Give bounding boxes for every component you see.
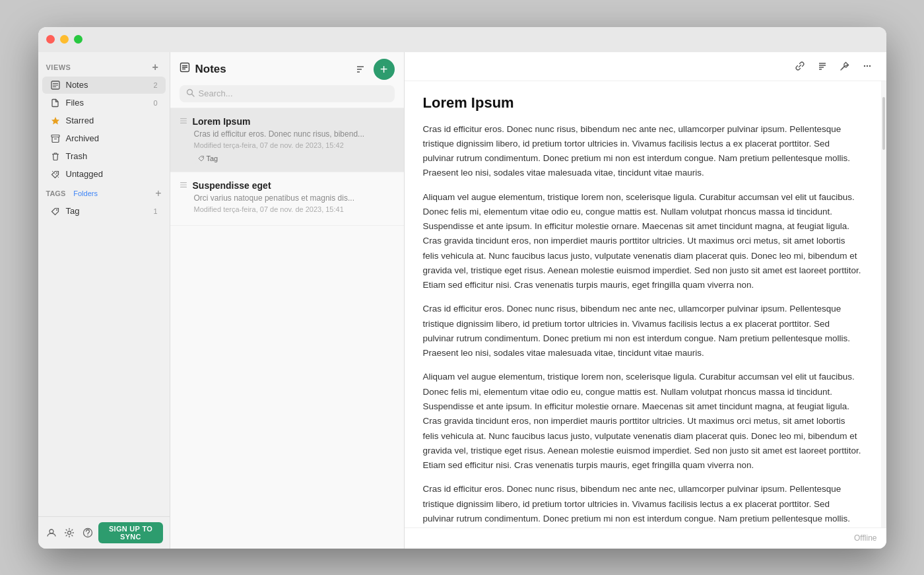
svg-point-26 <box>201 156 203 158</box>
svg-point-35 <box>866 65 867 67</box>
sidebar-tag-badge: 1 <box>153 207 157 215</box>
note-body: Cras id efficitur eros. Donec nunc risus… <box>423 122 863 527</box>
editor-content-wrapper: Lorem Ipsum Cras id efficitur eros. Done… <box>405 81 886 527</box>
svg-point-10 <box>50 529 53 533</box>
note-list-title-text: Notes <box>195 63 226 76</box>
note-item-lorem-tags: Tag <box>194 153 395 164</box>
svg-rect-25 <box>180 122 187 123</box>
sidebar-item-notes[interactable]: Notes 2 <box>42 77 166 94</box>
sort-button[interactable] <box>351 60 370 79</box>
settings-button[interactable] <box>63 524 77 542</box>
svg-rect-29 <box>180 186 187 187</box>
note-list-actions: + <box>351 59 395 80</box>
trash-icon <box>50 151 61 162</box>
maximize-button[interactable] <box>74 35 82 44</box>
note-item-suspendisse-meta: Modified terça-feira, 07 de nov. de 2023… <box>194 205 395 213</box>
svg-rect-27 <box>180 182 187 183</box>
archived-icon <box>50 133 61 144</box>
note-item-suspendisse[interactable]: Suspendisse eget Orci varius natoque pen… <box>170 172 404 226</box>
format-button[interactable] <box>812 56 832 76</box>
note-paragraph-5: Cras id efficitur eros. Donec nunc risus… <box>423 482 863 527</box>
tag-label: Tag <box>207 154 218 162</box>
search-icon <box>186 88 195 99</box>
note-paragraph-2: Aliquam vel augue elementum, tristique l… <box>423 190 863 293</box>
note-list-title-icon <box>180 62 190 76</box>
svg-line-8 <box>52 171 59 178</box>
svg-point-34 <box>863 65 865 67</box>
views-add-button[interactable]: + <box>150 61 162 73</box>
more-options-button[interactable] <box>857 56 877 76</box>
sidebar-trash-label: Trash <box>66 151 158 161</box>
note-items: Lorem Ipsum Cras id efficitur eros. Done… <box>170 108 404 549</box>
editor-scroll-area[interactable]: Lorem Ipsum Cras id efficitur eros. Done… <box>405 81 881 527</box>
app-body: Views + Notes 2 <box>38 52 886 549</box>
sidebar-item-tag[interactable]: Tag 1 <box>42 203 166 220</box>
note-paragraph-1: Cras id efficitur eros. Donec nunc risus… <box>423 122 863 181</box>
sidebar-item-untagged[interactable]: Untagged <box>42 166 166 183</box>
star-icon <box>50 116 61 126</box>
sidebar-notes-badge: 2 <box>153 81 157 89</box>
sidebar-item-trash[interactable]: Trash <box>42 148 166 165</box>
note-menu-icon-2 <box>180 180 187 191</box>
search-input[interactable] <box>199 88 388 98</box>
sidebar: Views + Notes 2 <box>38 52 170 549</box>
note-list: Notes + <box>170 52 405 549</box>
svg-rect-23 <box>180 118 187 119</box>
note-item-lorem-meta: Modified terça-feira, 07 de nov. de 2023… <box>194 141 395 149</box>
editor-scrollbar <box>881 81 886 527</box>
close-button[interactable] <box>46 35 55 44</box>
note-item-lorem[interactable]: Lorem Ipsum Cras id efficitur eros. Done… <box>170 108 404 172</box>
note-list-header: Notes + <box>170 52 404 108</box>
editor-footer: Offline <box>405 527 886 549</box>
note-list-title-row: Notes + <box>180 59 395 80</box>
sidebar-untagged-label: Untagged <box>66 169 158 179</box>
note-paragraph-4: Aliquam vel augue elementum, tristique l… <box>423 370 863 473</box>
folders-label[interactable]: Folders <box>73 189 98 197</box>
sidebar-starred-label: Starred <box>66 116 158 125</box>
note-editor: Lorem Ipsum Cras id efficitur eros. Done… <box>405 52 886 549</box>
pin-button[interactable] <box>835 56 855 76</box>
svg-point-7 <box>56 172 57 174</box>
sidebar-footer: SIGN UP TO SYNC <box>38 516 170 549</box>
note-list-title: Notes <box>180 62 226 76</box>
title-bar <box>38 27 886 52</box>
tags-label: Tags <box>46 189 66 197</box>
scrollbar-thumb[interactable] <box>882 97 885 150</box>
minimize-button[interactable] <box>60 35 69 44</box>
offline-status: Offline <box>854 533 876 543</box>
link-button[interactable] <box>790 56 810 76</box>
search-bar <box>180 85 395 102</box>
sidebar-files-label: Files <box>66 98 148 108</box>
note-item-lorem-title: Lorem Ipsum <box>193 116 251 127</box>
signup-sync-button[interactable]: SIGN UP TO SYNC <box>98 522 162 543</box>
tags-add-button[interactable]: + <box>155 187 161 199</box>
tags-section-header: Tags Folders + <box>38 184 170 202</box>
sidebar-tag-label: Tag <box>66 206 148 216</box>
sidebar-item-files[interactable]: Files 0 <box>42 94 166 112</box>
views-section-header: Views + <box>38 57 170 76</box>
sidebar-item-archived[interactable]: Archived <box>42 130 166 147</box>
note-item-lorem-header: Lorem Ipsum <box>180 116 395 127</box>
account-button[interactable] <box>45 524 59 542</box>
files-icon <box>50 98 61 108</box>
note-paragraph-3: Cras id efficitur eros. Donec nunc risus… <box>423 302 863 360</box>
svg-line-22 <box>191 94 194 96</box>
notes-icon <box>50 80 61 90</box>
svg-point-9 <box>56 209 57 211</box>
note-tag-item[interactable]: Tag <box>194 153 222 164</box>
svg-point-11 <box>68 531 71 534</box>
tag-icon <box>50 206 61 217</box>
help-button[interactable] <box>81 524 94 542</box>
note-item-suspendisse-header: Suspendisse eget <box>180 180 395 191</box>
note-item-suspendisse-preview: Orci varius natoque penatibus et magnis … <box>194 193 395 203</box>
note-menu-icon <box>180 116 187 127</box>
svg-point-13 <box>87 534 88 535</box>
sidebar-item-starred[interactable]: Starred <box>42 112 166 129</box>
sidebar-files-badge: 0 <box>153 99 157 107</box>
note-title: Lorem Ipsum <box>423 94 863 112</box>
sidebar-archived-label: Archived <box>66 133 158 143</box>
new-note-button[interactable]: + <box>374 59 395 80</box>
untagged-icon <box>50 169 61 180</box>
note-item-suspendisse-title: Suspendisse eget <box>193 180 271 191</box>
note-item-lorem-preview: Cras id efficitur eros. Donec nunc risus… <box>194 129 395 139</box>
